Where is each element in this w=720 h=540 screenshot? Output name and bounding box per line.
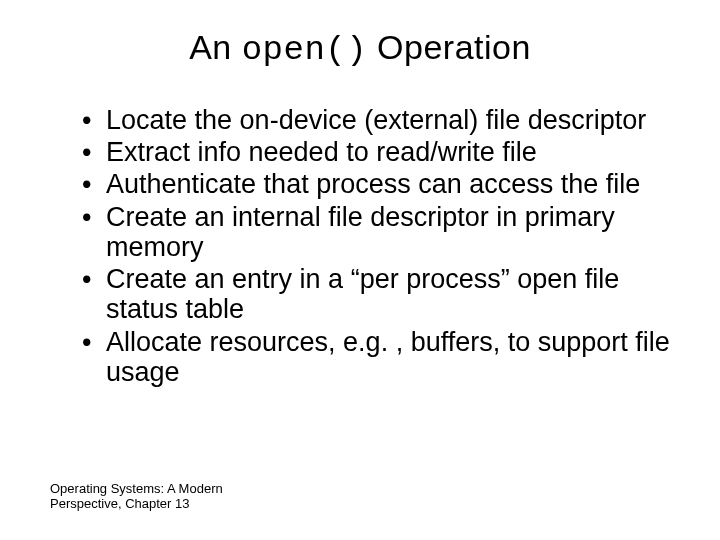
list-item: Extract info needed to read/write file	[88, 137, 670, 167]
slide: An open() Operation Locate the on-device…	[0, 0, 720, 540]
list-item: Create an entry in a “per process” open …	[88, 264, 670, 324]
slide-footer: Operating Systems: A Modern Perspective,…	[50, 481, 270, 512]
bullet-list: Locate the on-device (external) file des…	[50, 105, 670, 387]
title-suffix: Operation	[367, 28, 531, 66]
title-prefix: An	[189, 28, 242, 66]
slide-title: An open() Operation	[50, 28, 670, 69]
title-code: open()	[242, 31, 367, 69]
list-item: Allocate resources, e.g. , buffers, to s…	[88, 327, 670, 387]
list-item: Authenticate that process can access the…	[88, 169, 670, 199]
list-item: Create an internal file descriptor in pr…	[88, 202, 670, 262]
list-item: Locate the on-device (external) file des…	[88, 105, 670, 135]
